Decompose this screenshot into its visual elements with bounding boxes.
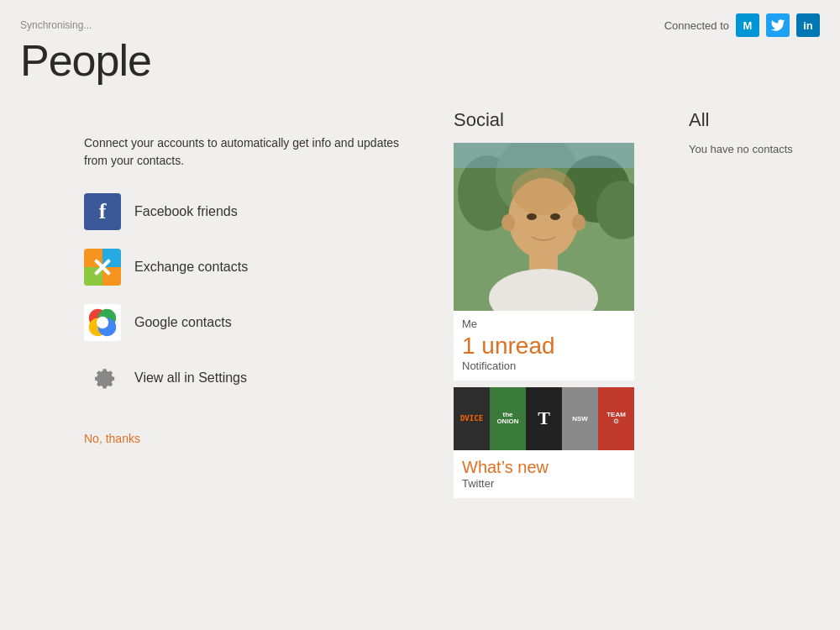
page-title: People (20, 35, 151, 86)
exchange-icon (84, 249, 121, 286)
no-contacts-message: You have no contacts (689, 143, 823, 155)
no-thanks-link[interactable]: No, thanks (84, 432, 140, 445)
dvice-logo: DVICE (454, 387, 490, 450)
profile-image (454, 143, 634, 311)
settings-item[interactable]: View all in Settings (84, 360, 403, 396)
left-panel: Connect your accounts to automatically g… (84, 134, 403, 446)
whats-new-info: What’s new Twitter (454, 450, 634, 498)
whats-new-subtitle: Twitter (462, 477, 626, 490)
linkedin-connected-icon[interactable]: in (796, 13, 820, 37)
t-logo: T (526, 387, 562, 450)
svg-point-24 (512, 168, 575, 215)
social-section: Social (454, 109, 647, 498)
connect-description: Connect your accounts to automatically g… (84, 134, 403, 170)
profile-card[interactable]: Me 1 unread Notification (454, 143, 634, 381)
facebook-label: Facebook friends (134, 204, 238, 219)
onion-logo: theONION (490, 387, 526, 450)
whats-new-title: What’s new (462, 457, 626, 477)
exchange-contacts-item[interactable]: Exchange contacts (84, 249, 403, 286)
connected-row: Connected to M in (664, 13, 820, 37)
google-label: Google contacts (134, 315, 232, 330)
svg-point-22 (527, 213, 537, 220)
svg-rect-16 (454, 143, 634, 168)
twitter-connected-icon[interactable] (766, 13, 790, 37)
exchange-label: Exchange contacts (134, 260, 248, 275)
twitter-logos-row: DVICE theONION T NSW TEAM⊙ (454, 387, 634, 450)
google-icon (84, 304, 121, 341)
facebook-contacts-item[interactable]: f Facebook friends (84, 193, 403, 230)
settings-icon (84, 360, 121, 396)
team-logo: TEAM⊙ (598, 387, 634, 450)
notification-count: 1 unread (462, 333, 626, 360)
all-section: All You have no contacts (689, 109, 823, 155)
msnow-icon[interactable]: M (736, 13, 759, 37)
svg-point-19 (572, 214, 585, 231)
me-label: Me (462, 318, 626, 330)
svg-point-18 (501, 214, 515, 231)
header: Synchronising... Connected to M in (0, 0, 840, 37)
settings-label: View all in Settings (134, 370, 247, 386)
connected-label: Connected to (664, 19, 729, 32)
whats-new-card[interactable]: DVICE theONION T NSW TEAM⊙ What’s new Tw… (454, 387, 634, 498)
profile-info: Me 1 unread Notification (454, 311, 634, 381)
svg-point-10 (97, 317, 108, 328)
sync-status: Synchronising... (20, 19, 92, 31)
notification-label: Notification (462, 360, 626, 372)
social-section-title: Social (454, 109, 647, 131)
svg-point-23 (550, 213, 560, 220)
all-section-title: All (689, 109, 823, 131)
facebook-icon: f (84, 193, 121, 230)
nsw-logo: NSW (562, 387, 598, 450)
google-contacts-item[interactable]: Google contacts (84, 304, 403, 341)
